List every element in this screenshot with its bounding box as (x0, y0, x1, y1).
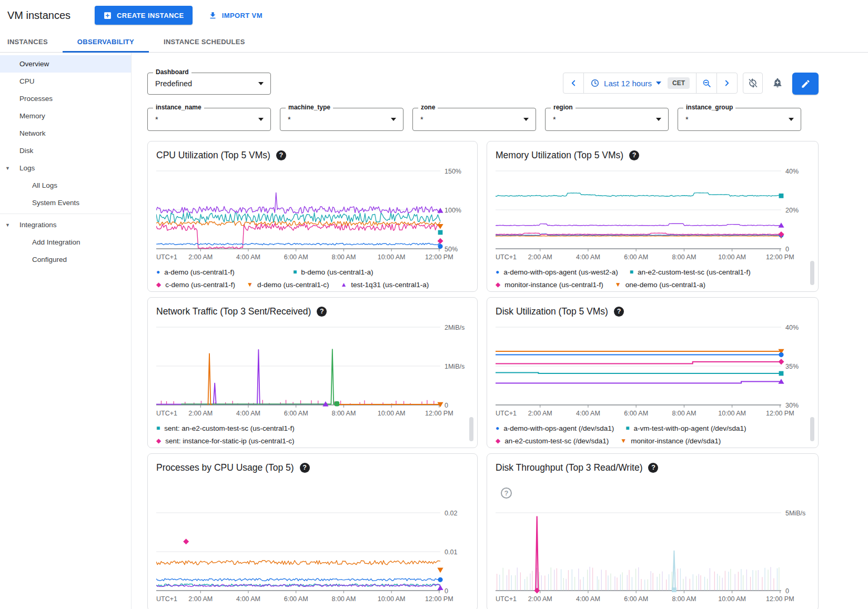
chart-plot[interactable]: 2MiB/s1MiB/s0UTC+12:00 AM4:00 AM6:00 AM8… (156, 323, 469, 419)
svg-text:20%: 20% (785, 207, 799, 214)
zoom-out-button[interactable] (697, 73, 716, 93)
sidebar-item-configured[interactable]: Configured (0, 251, 131, 268)
filter-label: region (551, 104, 576, 111)
svg-text:4:00 AM: 4:00 AM (576, 253, 600, 261)
sidebar-item-label: Integrations (19, 221, 57, 229)
tab-observability[interactable]: OBSERVABILITY (63, 31, 149, 53)
pencil-icon (801, 79, 811, 89)
help-icon[interactable]: ? (629, 150, 639, 160)
legend-label: sent: an-e2-custom-test-sc (us-central1-… (164, 424, 295, 432)
svg-text:6:00 AM: 6:00 AM (284, 410, 308, 417)
svg-text:8:00 AM: 8:00 AM (672, 595, 696, 603)
filter-select-zone[interactable]: zone* (412, 108, 536, 131)
filter-label: zone (418, 104, 438, 111)
edit-dashboard-button[interactable] (792, 73, 819, 95)
time-range-group: Last 12 hours CET (563, 73, 738, 94)
legend-label: a-demo-with-ops-agent (us-west2-a) (503, 268, 618, 276)
chart-plot[interactable]: 150%100%50%UTC+12:00 AM4:00 AM6:00 AM8:0… (156, 167, 469, 262)
legend-item[interactable]: ●a-demo (us-central1-f) (156, 268, 281, 276)
svg-text:UTC+1: UTC+1 (496, 410, 517, 417)
chart-plot[interactable]: 0.020.010UTC+12:00 AM4:00 AM6:00 AM8:00 … (156, 509, 469, 604)
auto-refresh-off-button[interactable] (743, 73, 763, 94)
triangle-down-marker-icon: ▼ (620, 438, 627, 444)
time-controls: Last 12 hours CET (563, 73, 819, 95)
legend-item[interactable]: ■b-demo (us-central1-a) (293, 268, 418, 276)
sidebar-item-disk[interactable]: Disk (0, 142, 131, 159)
clock-icon (590, 78, 600, 88)
svg-text:8:00 AM: 8:00 AM (331, 253, 356, 261)
main-content: Dashboard Predefined Last 12 hours (132, 53, 868, 609)
sidebar-item-network[interactable]: Network (0, 125, 131, 142)
legend-scrollbar[interactable] (810, 417, 814, 441)
diamond-marker-icon: ◆ (496, 281, 500, 288)
legend-label: d-demo (us-central1-c) (257, 281, 329, 289)
chart-plot[interactable]: 5MiB/s0UTC+12:00 AM4:00 AM6:00 AM8:00 AM… (496, 509, 810, 604)
tab-bar: INSTANCESOBSERVABILITYINSTANCE SCHEDULES (0, 31, 868, 53)
legend-scrollbar[interactable] (469, 417, 473, 441)
create-instance-button[interactable]: CREATE INSTANCE (95, 6, 193, 25)
legend-item[interactable]: ●a-demo-with-ops-agent (/dev/sda1) (496, 424, 614, 432)
legend-item[interactable]: ●a-demo-with-ops-agent (us-west2-a) (496, 268, 618, 276)
dashboard-select[interactable]: Dashboard Predefined (147, 73, 271, 95)
filter-select-machine-type[interactable]: machine_type* (280, 108, 403, 131)
legend-item[interactable]: ◆sent: instance-for-static-ip (us-centra… (156, 437, 295, 445)
refresh-off-icon (748, 78, 758, 88)
svg-text:10:00 AM: 10:00 AM (718, 253, 746, 261)
chart-legend: ●a-demo (us-central1-f)■b-demo (us-centr… (156, 266, 469, 291)
help-icon[interactable]: ? (317, 307, 327, 317)
svg-text:10:00 AM: 10:00 AM (718, 595, 746, 603)
filter-select-region[interactable]: region* (545, 108, 669, 131)
time-back-button[interactable] (563, 73, 583, 93)
filter-select-instance-group[interactable]: instance_group* (678, 108, 801, 131)
square-marker-icon: ■ (156, 425, 160, 431)
expander-caret-icon[interactable]: ▼ (5, 222, 10, 228)
filter-select-instance-name[interactable]: instance_name* (147, 108, 271, 131)
help-outline-icon[interactable]: ? (501, 488, 512, 499)
time-forward-button[interactable] (717, 73, 737, 93)
legend-item[interactable]: ◆monitor-instance (us-central1-f) (496, 281, 603, 289)
help-icon[interactable]: ? (300, 463, 310, 473)
legend-item[interactable]: ■a-vm-test-with-op-agent (/dev/sda1) (625, 424, 746, 432)
sidebar-item-memory[interactable]: Memory (0, 107, 131, 125)
svg-text:35%: 35% (785, 363, 799, 370)
filter-value: * (155, 115, 158, 124)
legend-item[interactable]: ▼one-demo (us-central1-a) (615, 281, 705, 289)
sidebar-item-overview[interactable]: Overview (0, 55, 131, 73)
expander-caret-icon[interactable]: ▼ (5, 166, 10, 171)
svg-text:6:00 AM: 6:00 AM (624, 253, 648, 261)
sidebar-item-all-logs[interactable]: All Logs (0, 177, 131, 194)
filter-label: instance_name (153, 104, 204, 111)
chart-plot[interactable]: 40%20%0UTC+12:00 AM4:00 AM6:00 AM8:00 AM… (496, 167, 810, 262)
tab-instance-schedules[interactable]: INSTANCE SCHEDULES (149, 31, 260, 53)
svg-text:1MiB/s: 1MiB/s (445, 363, 465, 370)
sidebar-item-processes[interactable]: Processes (0, 90, 131, 107)
sidebar-item-integrations[interactable]: ▼Integrations (0, 216, 131, 234)
sidebar-item-logs[interactable]: ▼Logs (0, 159, 131, 177)
legend-item[interactable]: ■sent: an-e2-custom-test-sc (us-central1… (156, 424, 295, 432)
tab-instances[interactable]: INSTANCES (0, 31, 63, 53)
legend-item[interactable]: ▼d-demo (us-central1-c) (247, 281, 329, 289)
help-icon[interactable]: ? (648, 463, 658, 473)
sidebar-item-cpu[interactable]: CPU (0, 73, 131, 90)
sidebar-item-system-events[interactable]: System Events (0, 194, 131, 211)
legend-scrollbar[interactable] (810, 261, 814, 285)
legend-item[interactable]: ◆c-demo (us-central1-f) (156, 281, 235, 289)
chart-plot[interactable]: 40%35%30%UTC+12:00 AM4:00 AM6:00 AM8:00 … (496, 323, 810, 419)
chart-card-cpu-utilization-top-5-vms: CPU Utilization (Top 5 VMs)?150%100%50%U… (147, 141, 478, 292)
timezone-badge[interactable]: CET (668, 77, 690, 89)
create-alert-button[interactable] (768, 73, 787, 94)
help-icon[interactable]: ? (276, 150, 286, 160)
legend-item[interactable]: ◆an-e2-custom-test-sc (/dev/sda1) (496, 437, 609, 445)
svg-text:150%: 150% (445, 168, 461, 175)
sidebar-item-add-integration[interactable]: Add Integration (0, 234, 131, 251)
legend-item[interactable]: ■an-e2-custom-test-sc (us-central1-f) (630, 268, 751, 276)
chart-plot-area: 2MiB/s1MiB/s0UTC+12:00 AM4:00 AM6:00 AM8… (156, 323, 469, 421)
legend-item[interactable]: ▼monitor-instance (/dev/sda1) (620, 437, 721, 445)
svg-text:12:00 PM: 12:00 PM (766, 595, 794, 603)
svg-text:4:00 AM: 4:00 AM (576, 410, 600, 417)
help-icon[interactable]: ? (614, 307, 624, 317)
svg-text:10:00 AM: 10:00 AM (718, 410, 746, 417)
legend-item[interactable]: ▲test-1q31 (us-central1-a) (340, 281, 429, 289)
import-vm-button[interactable]: IMPORT VM (208, 6, 263, 25)
time-range-selector[interactable]: Last 12 hours CET (584, 73, 696, 93)
